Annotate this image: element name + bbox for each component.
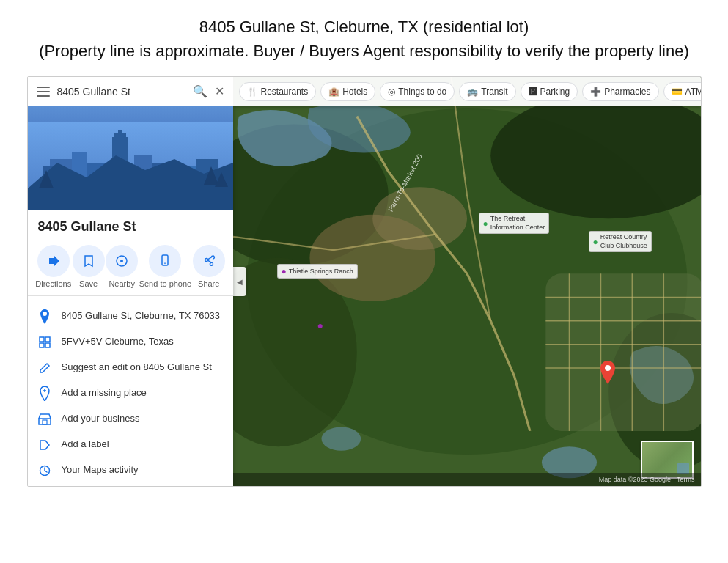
retreat-info-center-label: ● The RetreatInformation Center (479, 213, 550, 234)
share-icon (193, 245, 225, 277)
page-title: 8405 Gullane St, Cleburne, TX (residenti… (39, 15, 689, 63)
add-business-text: Add your business (62, 412, 140, 425)
menu-icon[interactable] (37, 87, 50, 97)
send-to-phone-icon (149, 245, 181, 277)
sidebar-hero-image (28, 106, 233, 210)
satellite-background (233, 77, 701, 486)
map-satellite-view[interactable]: Farm-To-Market 200 🍴 Restaurants 🏨 Hotel… (233, 77, 701, 486)
add-missing-place-text: Add a missing place (62, 386, 147, 400)
maps-activity-text: Your Maps activity (62, 463, 139, 476)
hotels-icon: 🏨 (328, 87, 339, 97)
svg-point-42 (605, 365, 611, 371)
location-pin-icon (38, 310, 51, 323)
things-to-do-icon: ◎ (388, 87, 395, 97)
filter-things-to-do[interactable]: ◎ Things to do (380, 82, 455, 101)
retreat-clubhouse-label: ● Retreat CountryClub Clubhouse (589, 231, 652, 252)
maps-activity-item[interactable]: Your Maps activity (28, 457, 233, 483)
copyright-text: Map data ©2023 Google (599, 476, 671, 483)
filter-atms[interactable]: 💳 ATMs (663, 82, 701, 101)
svg-rect-28 (43, 420, 47, 424)
plus-code-text: 5FVV+5V Cleburne, Texas (62, 335, 174, 348)
clock-icon (38, 464, 51, 477)
filter-transit-label: Transit (481, 87, 507, 97)
suggest-edit-text: Suggest an edit on 8405 Gullane St (62, 361, 212, 374)
business-icon (38, 413, 51, 426)
sidebar-panel: 8405 Gullane St 🔍 ✕ (28, 77, 233, 486)
map-container: 8405 Gullane St 🔍 ✕ (27, 76, 702, 487)
svg-rect-21 (40, 337, 44, 342)
filter-parking[interactable]: 🅿 Parking (521, 82, 578, 101)
suggest-edit-item[interactable]: Suggest an edit on 8405 Gullane St (28, 355, 233, 380)
filter-restaurants[interactable]: 🍴 Restaurants (239, 82, 317, 101)
place-name: 8405 Gullane St (28, 210, 233, 239)
info-list: 8405 Gullane St, Cleburne, TX 76033 5FVV… (28, 301, 233, 486)
filter-pharmacies-label: Pharmacies (604, 87, 650, 97)
thistle-springs-text: Thistle Springs Ranch (289, 268, 353, 275)
svg-rect-22 (45, 337, 50, 342)
grid-icon (38, 336, 51, 349)
church-marker: ● (317, 319, 323, 332)
filter-things-to-do-label: Things to do (398, 87, 446, 97)
map-copyright-bar: Map data ©2023 Google Terms (233, 473, 701, 486)
retreat-label-text: The RetreatInformation Center (490, 215, 545, 232)
filter-hotels-label: Hotels (342, 87, 367, 97)
close-icon[interactable]: ✕ (215, 84, 224, 98)
filter-parking-label: Parking (540, 87, 570, 97)
parking-icon: 🅿 (529, 87, 537, 97)
save-button[interactable]: Save (73, 245, 105, 288)
filter-restaurants-label: Restaurants (261, 87, 309, 97)
search-icon[interactable]: 🔍 (193, 84, 207, 98)
add-label-text: Add a label (62, 438, 109, 451)
search-text: 8405 Gullane St (57, 86, 185, 97)
map-filter-bar: 🍴 Restaurants 🏨 Hotels ◎ Things to do 🚌 … (233, 77, 701, 106)
nearby-button[interactable]: Nearby (106, 245, 138, 288)
share-label: Share (198, 279, 219, 288)
pharmacies-icon: ➕ (590, 87, 601, 97)
filter-pharmacies[interactable]: ➕ Pharmacies (582, 82, 658, 101)
sidebar-collapse-button[interactable]: ◀ (233, 267, 246, 296)
plus-code-item[interactable]: 5FVV+5V Cleburne, Texas (28, 329, 233, 355)
directions-label: Directions (35, 279, 71, 288)
nearby-label: Nearby (109, 279, 134, 288)
sidebar-header: 8405 Gullane St 🔍 ✕ (28, 77, 233, 106)
add-place-icon (38, 387, 51, 400)
nearby-icon (106, 245, 138, 277)
svg-rect-3 (118, 130, 122, 137)
action-buttons: Directions Save Nearby Send to phone (28, 239, 233, 291)
edit-icon (38, 361, 51, 375)
svg-rect-27 (39, 419, 51, 424)
terms-link[interactable]: Terms (677, 476, 695, 483)
label-icon (38, 438, 51, 452)
svg-point-18 (120, 260, 123, 262)
retreat-clubhouse-text: Retreat CountryClub Clubhouse (600, 233, 647, 250)
address-text: 8405 Gullane St, Cleburne, TX 76033 (62, 309, 221, 323)
svg-marker-16 (49, 255, 59, 267)
filter-hotels[interactable]: 🏨 Hotels (320, 82, 375, 101)
location-marker (599, 361, 617, 387)
svg-rect-23 (40, 343, 44, 347)
add-label-item[interactable]: Add a label (28, 432, 233, 457)
thistle-springs-label: ● Thistle Springs Ranch (277, 264, 358, 279)
restaurants-icon: 🍴 (247, 87, 258, 97)
send-to-phone-button[interactable]: Send to phone (139, 245, 192, 288)
share-button[interactable]: Share (193, 245, 225, 288)
add-business-item[interactable]: Add your business (28, 406, 233, 432)
transit-icon: 🚌 (467, 87, 478, 97)
divider-1 (28, 295, 233, 296)
directions-icon (37, 245, 70, 277)
filter-atms-label: ATMs (685, 87, 701, 97)
directions-button[interactable]: Directions (35, 245, 71, 288)
filter-transit[interactable]: 🚌 Transit (459, 82, 515, 101)
collapse-arrow-icon: ◀ (237, 278, 243, 286)
atms-icon: 💳 (672, 87, 683, 97)
save-icon (73, 245, 105, 277)
svg-rect-24 (45, 343, 50, 347)
send-to-phone-label: Send to phone (139, 279, 192, 288)
add-missing-place-item[interactable]: Add a missing place (28, 380, 233, 406)
address-item[interactable]: 8405 Gullane St, Cleburne, TX 76033 (28, 303, 233, 329)
save-label: Save (79, 279, 98, 288)
